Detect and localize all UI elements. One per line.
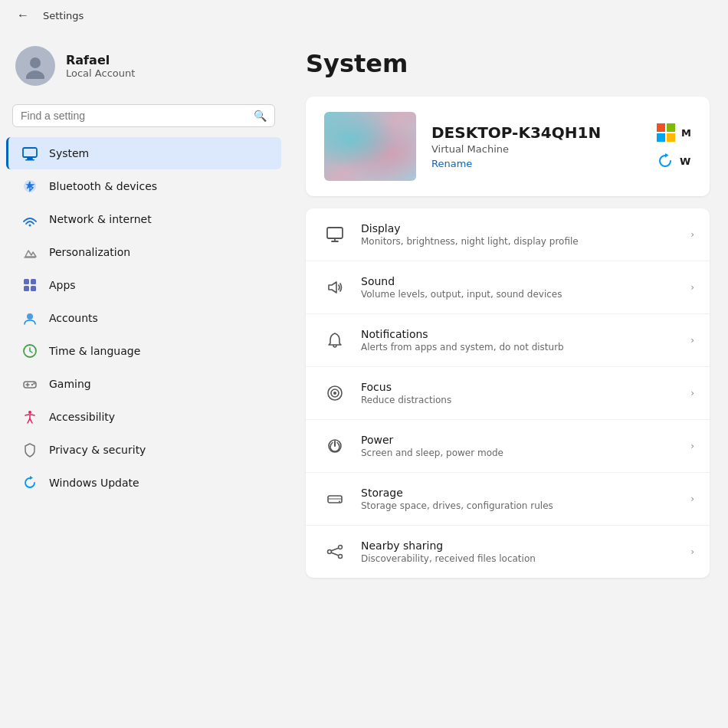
svg-rect-4 xyxy=(25,159,34,161)
svg-rect-8 xyxy=(31,279,36,284)
user-profile[interactable]: Rafael Local Account xyxy=(0,31,287,101)
user-info: Rafael Local Account xyxy=(66,53,135,79)
svg-point-26 xyxy=(339,555,343,559)
sidebar-item-time[interactable]: Time & language xyxy=(6,335,281,367)
sidebar-item-apps[interactable]: Apps xyxy=(6,269,281,301)
sound-icon xyxy=(321,274,349,301)
power-chevron: › xyxy=(690,441,694,451)
windows-update-card-item: W xyxy=(657,152,690,169)
svg-point-16 xyxy=(28,411,31,414)
svg-rect-17 xyxy=(327,228,343,238)
microsoft-logo xyxy=(657,123,675,142)
sidebar-item-label-apps: Apps xyxy=(49,279,76,291)
svg-rect-10 xyxy=(31,286,36,291)
search-input[interactable] xyxy=(21,110,248,122)
sidebar-item-network[interactable]: Network & internet xyxy=(6,203,281,235)
nearby-sharing-icon xyxy=(321,538,349,566)
sidebar-item-windows-update[interactable]: Windows Update xyxy=(6,467,281,499)
focus-chevron: › xyxy=(690,388,694,398)
search-icon: 🔍 xyxy=(254,110,267,122)
display-chevron: › xyxy=(690,229,694,240)
device-thumbnail-image xyxy=(324,112,416,181)
settings-item-power[interactable]: Power Screen and sleep, power mode › xyxy=(306,420,710,473)
accounts-icon xyxy=(21,310,38,326)
svg-point-24 xyxy=(328,550,332,554)
sidebar-item-label-time: Time & language xyxy=(49,345,140,357)
device-right-panel: M W xyxy=(657,123,691,169)
page-title: System xyxy=(306,49,728,78)
power-title: Power xyxy=(361,434,503,446)
sidebar-item-personalization[interactable]: Personalization xyxy=(6,236,281,268)
sidebar-item-privacy[interactable]: Privacy & security xyxy=(6,434,281,466)
sidebar-item-system[interactable]: System xyxy=(6,137,281,169)
sound-title: Sound xyxy=(361,275,562,287)
device-info: DESKTOP-K34QH1N Virtual Machine Rename xyxy=(431,123,641,170)
notifications-icon xyxy=(321,326,349,354)
sidebar-item-label-accessibility: Accessibility xyxy=(49,411,115,423)
svg-point-1 xyxy=(26,71,44,79)
focus-desc: Reduce distractions xyxy=(361,395,451,405)
svg-point-11 xyxy=(27,313,33,320)
device-card: DESKTOP-K34QH1N Virtual Machine Rename M xyxy=(306,97,710,196)
user-account-type: Local Account xyxy=(66,67,135,79)
settings-item-nearby-sharing[interactable]: Nearby sharing Discoverability, received… xyxy=(306,526,710,578)
sidebar-item-label-bluetooth: Bluetooth & devices xyxy=(49,180,157,192)
rename-button[interactable]: Rename xyxy=(431,158,472,169)
microsoft-account-item: M xyxy=(657,123,691,142)
svg-point-23 xyxy=(339,501,340,503)
svg-rect-3 xyxy=(27,158,33,159)
sidebar: Rafael Local Account 🔍 xyxy=(0,31,287,728)
avatar xyxy=(15,46,55,86)
back-button[interactable]: ← xyxy=(12,5,34,26)
sidebar-item-bluetooth[interactable]: Bluetooth & devices xyxy=(6,170,281,202)
svg-point-6 xyxy=(29,225,31,227)
privacy-icon xyxy=(21,441,38,458)
network-icon xyxy=(21,211,38,228)
nearby-sharing-title: Nearby sharing xyxy=(361,539,536,552)
sidebar-item-label-system: System xyxy=(49,147,89,159)
gaming-icon xyxy=(21,375,38,392)
refresh-icon xyxy=(657,152,674,169)
storage-desc: Storage space, drives, configuration rul… xyxy=(361,500,553,511)
settings-list: Display Monitors, brightness, night ligh… xyxy=(306,208,710,578)
svg-point-14 xyxy=(31,384,33,385)
sound-item-text: Sound Volume levels, output, input, soun… xyxy=(361,275,562,300)
focus-title: Focus xyxy=(361,381,451,393)
search-container: 🔍 xyxy=(0,101,287,136)
sound-chevron: › xyxy=(690,282,694,293)
settings-item-sound[interactable]: Sound Volume levels, output, input, soun… xyxy=(306,261,710,314)
sound-desc: Volume levels, output, input, sound devi… xyxy=(361,289,562,300)
notifications-item-text: Notifications Alerts from apps and syste… xyxy=(361,328,564,353)
svg-point-25 xyxy=(339,546,343,549)
sidebar-item-label-privacy: Privacy & security xyxy=(49,444,146,456)
update-label: W xyxy=(680,156,690,167)
sidebar-item-accounts[interactable]: Accounts xyxy=(6,302,281,334)
focus-item-text: Focus Reduce distractions xyxy=(361,381,451,405)
settings-item-display[interactable]: Display Monitors, brightness, night ligh… xyxy=(306,208,710,261)
notifications-chevron: › xyxy=(690,335,694,346)
nearby-sharing-chevron: › xyxy=(690,546,694,557)
settings-item-storage[interactable]: Storage Storage space, drives, configura… xyxy=(306,473,710,526)
notifications-desc: Alerts from apps and system, do not dist… xyxy=(361,342,564,353)
svg-rect-9 xyxy=(24,286,29,291)
sidebar-item-label-accounts: Accounts xyxy=(49,312,98,324)
storage-chevron: › xyxy=(690,494,694,504)
system-icon xyxy=(21,145,38,162)
bluetooth-icon xyxy=(21,178,38,195)
main-content: System DESKTOP-K34QH1N Virtual Machine R… xyxy=(287,31,728,728)
settings-item-focus[interactable]: Focus Reduce distractions › xyxy=(306,367,710,420)
svg-point-20 xyxy=(333,392,336,395)
power-icon xyxy=(321,432,349,460)
settings-item-notifications[interactable]: Notifications Alerts from apps and syste… xyxy=(306,314,710,367)
sidebar-item-accessibility[interactable]: Accessibility xyxy=(6,401,281,433)
focus-icon xyxy=(321,379,349,407)
svg-point-15 xyxy=(33,382,34,384)
display-icon xyxy=(321,221,349,248)
accessibility-icon xyxy=(21,408,38,425)
storage-icon xyxy=(321,485,349,513)
sidebar-nav: System Bluetooth & devices xyxy=(0,136,287,500)
sidebar-item-gaming[interactable]: Gaming xyxy=(6,368,281,400)
windows-update-icon xyxy=(21,474,38,491)
power-desc: Screen and sleep, power mode xyxy=(361,448,503,458)
search-box: 🔍 xyxy=(12,104,275,127)
